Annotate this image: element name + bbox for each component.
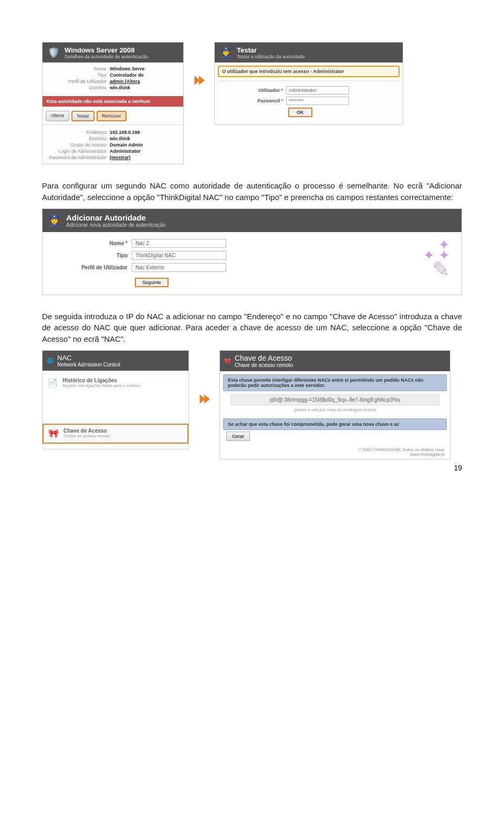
ws-button-row: Alterar Testar Remover	[43, 109, 183, 123]
officer-icon: 👮	[48, 214, 61, 227]
warning-bar: Esta autoridade não está associada a nen…	[43, 96, 183, 107]
chave-de-acesso-panel: 🎀 Chave de Acesso Chave de acesso remoto…	[219, 350, 450, 459]
bottom-screenshot-row: 🌐 NAC Network Admission Control 📄 Histór…	[42, 350, 462, 459]
ribbon-icon: 🎀	[224, 358, 230, 364]
perfil-select[interactable]	[132, 263, 226, 272]
access-key-box[interactable]: q9r@:38nimpgg-=15i8$xl0q_9cp--9e7-6mg8:g…	[230, 394, 439, 405]
ws-fields2: Endereço192.168.0.196 Domíniowin.think G…	[43, 126, 183, 164]
tipo-select[interactable]	[132, 251, 226, 260]
add-title: Adicionar Autoridade	[66, 213, 166, 222]
officer-icon: 👮	[219, 46, 233, 59]
nac-item-historico[interactable]: 📄 Histórico de Ligações Registo das liga…	[43, 374, 188, 392]
testar-info-bar: O utilizador que introduziu tem acesso -…	[218, 66, 400, 77]
ok-button[interactable]: OK	[288, 108, 312, 117]
ws-title: Windows Server 2008	[65, 46, 148, 54]
paragraph-2: De seguida introduza o IP do NAC a adici…	[42, 311, 462, 345]
ws-fields: NomeWindows Serve TipoControlador de Per…	[43, 62, 183, 94]
testar-title: Testar	[237, 46, 305, 54]
chave-info-bar2: Se achar que esta chave foi comprometida…	[223, 418, 447, 430]
adicionar-autoridade-panel: 👮 Adicionar Autoridade Adicionar nova au…	[42, 208, 462, 295]
chave-info-bar: Esta chave permite interligar diferentes…	[223, 374, 447, 391]
stars-decoration: ✦✦ ✦✎	[423, 237, 456, 278]
windows-server-panel: 🛡️ Windows Server 2008 Detalhes da autor…	[42, 42, 184, 164]
testar-panel: 👮 Testar Testar a utilização da autorida…	[214, 42, 403, 125]
chave-subtitle: Chave de acesso remoto	[235, 362, 293, 368]
testar-header: 👮 Testar Testar a utilização da autorida…	[215, 43, 403, 62]
nac-panel: 🌐 NAC Network Admission Control 📄 Histór…	[42, 350, 189, 449]
key-hint: (passe o rato por cima do rectângulo aci…	[220, 406, 450, 415]
chave-title: Chave de Acesso	[235, 354, 293, 362]
nac-item-chave[interactable]: 🎀 Chave de Acesso Chave de acesso remoto	[43, 424, 188, 444]
footer-copyright: © 2009 THINKDIGITAL Todos os direitos re…	[220, 443, 450, 459]
nome-input[interactable]	[132, 239, 226, 248]
arrow-icon	[197, 392, 211, 408]
ribbon-icon: 🎀	[48, 428, 59, 439]
nac-subtitle: Network Admission Control	[57, 362, 120, 368]
testar-button[interactable]: Testar	[71, 111, 95, 121]
utilizador-input[interactable]	[286, 86, 349, 95]
remover-button[interactable]: Remover	[97, 111, 127, 121]
page-number: 19	[454, 464, 462, 472]
arrow-icon	[192, 74, 206, 89]
windows-server-header: 🛡️ Windows Server 2008 Detalhes da autor…	[43, 43, 183, 62]
gerar-button[interactable]: Gerar	[226, 432, 250, 441]
testar-subtitle: Testar a utilização da autoridade	[237, 54, 305, 59]
globe-icon: 🌐	[47, 358, 53, 363]
top-screenshot-row: 🛡️ Windows Server 2008 Detalhes da autor…	[42, 42, 462, 164]
ws-subtitle: Detalhes da autoridade de autenticação	[65, 54, 148, 59]
paragraph-1: Para configurar um segundo NAC como auto…	[42, 180, 462, 203]
password-input[interactable]	[286, 97, 349, 105]
shield-icon: 🛡️	[47, 46, 60, 59]
alterar-button[interactable]: Alterar	[46, 111, 69, 121]
seguinte-button[interactable]: Seguinte	[135, 278, 169, 287]
add-subtitle: Adicionar nova autoridade de autenticaçã…	[66, 222, 166, 228]
nac-title: NAC	[57, 354, 120, 362]
history-icon: 📄	[47, 377, 58, 389]
